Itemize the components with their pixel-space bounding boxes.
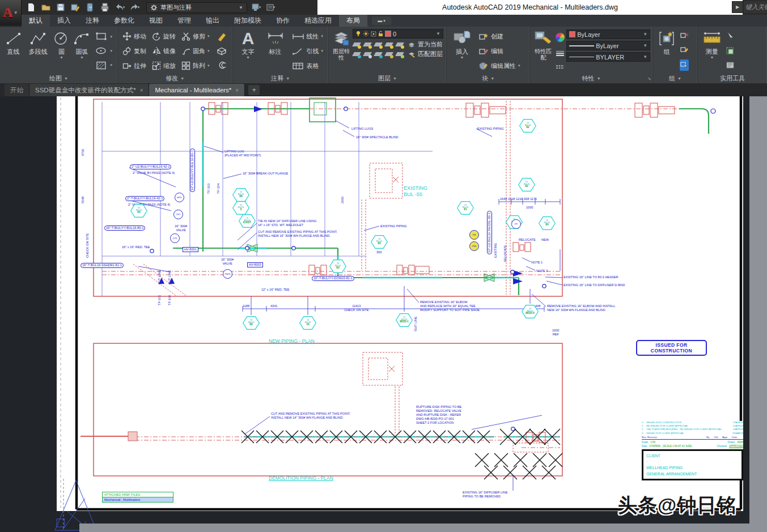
ribbon-tab-插入[interactable]: 插入 xyxy=(50,15,78,27)
color-wheel-icon[interactable] xyxy=(556,33,565,42)
ribbon-tab-注释[interactable]: 注释 xyxy=(78,15,107,27)
save-as-icon[interactable] xyxy=(69,2,82,13)
panel-label-utilities[interactable]: 实用工具 xyxy=(698,74,767,83)
open-from-web-icon[interactable] xyxy=(84,2,96,13)
layer-tool-icon[interactable] xyxy=(396,41,404,49)
search-expand-button[interactable]: ▶ xyxy=(732,1,743,13)
panel-label-layers[interactable]: 图层▼ xyxy=(329,74,446,83)
table-button[interactable]: 表格 xyxy=(290,59,326,73)
layers-icon xyxy=(333,29,350,48)
erase-icon[interactable] xyxy=(214,30,230,44)
workspace-extra-icon[interactable]: ▾ xyxy=(249,2,262,13)
ribbon-tab-协作[interactable]: 协作 xyxy=(269,15,297,27)
group-button[interactable]: 组 xyxy=(655,28,678,74)
file-tab[interactable]: 开始 xyxy=(5,84,29,96)
ungroup-icon[interactable] xyxy=(680,31,689,41)
lineweight-select[interactable]: ByLayer▼ xyxy=(566,41,650,50)
layer-tool-icon[interactable] xyxy=(353,41,361,49)
linetype-select[interactable]: BYLAYER▼ xyxy=(566,52,650,62)
linetype-icon[interactable] xyxy=(556,65,565,69)
new-drawing-tab-button[interactable]: + xyxy=(248,85,260,95)
close-tab-icon[interactable]: × xyxy=(235,87,239,93)
edit-attributes-button[interactable]: 编辑属性▾ xyxy=(476,59,523,73)
offset-icon[interactable] xyxy=(214,58,230,72)
layer-properties-button[interactable]: 图层特性 xyxy=(331,28,351,74)
polyline-button[interactable]: 多段线 xyxy=(26,28,50,74)
color-select[interactable]: ByLayer▼ xyxy=(566,29,650,39)
redo-icon[interactable]: ▾ xyxy=(128,2,141,13)
undo-icon[interactable]: ▾ xyxy=(113,2,126,13)
dimension-button[interactable]: 标注 xyxy=(262,28,289,74)
mirror-button[interactable]: 镜像 xyxy=(150,44,178,58)
panel-label-block[interactable]: 块▼ xyxy=(447,74,529,83)
id-point-icon[interactable] xyxy=(726,61,736,71)
line-button[interactable]: 直线 xyxy=(2,28,24,74)
match-properties-button[interactable]: 特性匹配 xyxy=(532,28,554,74)
hatch-tool-icon[interactable]: ▾ xyxy=(93,58,115,72)
set-current-button[interactable]: 置为当前 xyxy=(406,40,444,49)
edit-block-button[interactable]: 编辑 xyxy=(476,44,523,58)
close-tab-icon[interactable]: × xyxy=(140,87,143,93)
new-file-icon[interactable] xyxy=(25,2,37,13)
array-button[interactable]: 阵列▾ xyxy=(179,59,212,73)
panel-label-draw[interactable]: 绘图▼ xyxy=(0,74,117,83)
layer-tool-icon[interactable] xyxy=(385,41,393,49)
quick-select-icon[interactable] xyxy=(726,32,736,42)
match-properties-icon xyxy=(534,29,552,48)
search-input[interactable]: 键入关键字或短语 xyxy=(744,1,767,13)
ribbon-tab-布局[interactable]: 布局 xyxy=(339,15,367,27)
app-menu-button[interactable]: A▼ xyxy=(0,0,22,25)
ribbon-tab-参数化[interactable]: 参数化 xyxy=(107,15,142,27)
save-icon[interactable] xyxy=(54,2,67,13)
fillet-button[interactable]: 圆角▾ xyxy=(179,44,212,58)
plot-icon[interactable] xyxy=(99,2,111,13)
ribbon-tab-管理[interactable]: 管理 xyxy=(170,15,198,27)
linear-dim-button[interactable]: 线性▾ xyxy=(290,29,326,43)
open-folder-icon[interactable] xyxy=(40,2,52,13)
file-tab[interactable]: Mechanical - Multileaders*× xyxy=(149,84,245,96)
ribbon-tab-默认[interactable]: 默认 xyxy=(22,15,50,27)
explode-icon[interactable] xyxy=(214,44,230,58)
panel-label-annotation[interactable]: 注释▼ xyxy=(233,74,329,83)
panel-label-groups[interactable]: 组▼ xyxy=(653,74,697,83)
ellipse-tool-icon[interactable]: ▾ xyxy=(93,44,115,58)
ribbon-tab-视图[interactable]: 视图 xyxy=(142,15,170,27)
arc-button[interactable]: 圆弧▼ xyxy=(72,28,91,74)
layer-tool-icon[interactable] xyxy=(374,41,383,49)
stretch-button[interactable]: 拉伸 xyxy=(120,59,149,73)
rotate-button[interactable]: 旋转 xyxy=(150,29,178,43)
layer-tool-icon[interactable] xyxy=(353,50,361,58)
panel-label-modify[interactable]: 修改▼ xyxy=(118,74,232,83)
text-button[interactable]: A文字▼ xyxy=(235,28,261,74)
layer-tool-icon[interactable] xyxy=(396,50,404,58)
lineweight-icon[interactable] xyxy=(556,50,565,56)
leader-button[interactable]: 引线▾ xyxy=(290,44,326,58)
move-button[interactable]: 移动 xyxy=(120,29,149,43)
layer-select[interactable]: 0 ▼ xyxy=(353,29,443,39)
copy-button[interactable]: 复制 xyxy=(120,44,149,58)
toolbar-overflow-icon[interactable]: ▾ xyxy=(264,2,277,13)
circle-button[interactable]: 圆▼ xyxy=(52,28,71,74)
match-layer-button[interactable]: 匹配图层 xyxy=(406,50,444,58)
layer-tool-icon[interactable] xyxy=(385,50,393,58)
ribbon-tab-精选应用[interactable]: 精选应用 xyxy=(297,15,339,27)
layer-tool-icon[interactable] xyxy=(363,41,372,49)
layer-tool-icon[interactable] xyxy=(363,50,372,58)
panel-label-properties[interactable]: 特性▼↘ xyxy=(530,74,652,83)
quick-calc-icon[interactable] xyxy=(726,46,736,57)
group-selection-icon[interactable] xyxy=(680,59,689,71)
group-edit-icon[interactable] xyxy=(680,45,689,56)
trim-button[interactable]: 修剪▾ xyxy=(179,29,212,43)
xref-files-box: ATTACHED XREF FILES Mechanical - Multile… xyxy=(102,492,173,503)
ribbon-collapse-button[interactable]: ▬▾ xyxy=(372,16,391,25)
insert-block-button[interactable]: 插入▼ xyxy=(449,28,475,74)
workspace-switcher[interactable]: 草图与注释 ▼ xyxy=(146,2,247,13)
scale-button[interactable]: 缩放 xyxy=(150,59,178,73)
create-block-button[interactable]: 创建 xyxy=(476,29,523,43)
layer-tool-icon[interactable] xyxy=(374,50,383,58)
file-tab[interactable]: SSD硬盘盒中改变嵌件的装配方式*× xyxy=(29,84,149,96)
measure-button[interactable]: 测量▼ xyxy=(700,28,724,74)
rectangle-tool-icon[interactable]: ▾ xyxy=(93,30,115,44)
ribbon-tab-输出[interactable]: 输出 xyxy=(198,15,227,27)
ribbon-tab-附加模块[interactable]: 附加模块 xyxy=(227,15,269,27)
